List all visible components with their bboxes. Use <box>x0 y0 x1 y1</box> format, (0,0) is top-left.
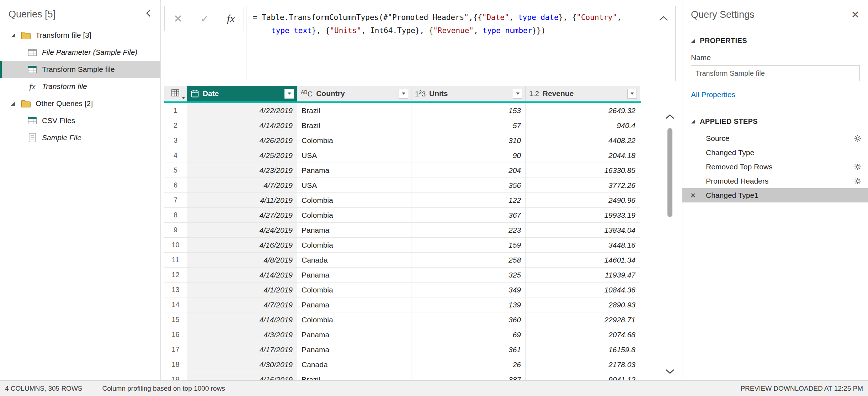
cell-country[interactable]: Canada <box>297 253 411 268</box>
cell-country[interactable]: Colombia <box>297 208 411 223</box>
scrollbar-thumb[interactable] <box>667 128 672 217</box>
cell-country[interactable]: Colombia <box>297 238 411 253</box>
cell-units[interactable]: 26 <box>411 357 526 372</box>
cell-units[interactable]: 223 <box>411 223 526 238</box>
formula-bar[interactable]: = Table.TransformColumnTypes(#"Promoted … <box>246 6 676 81</box>
query-name-input[interactable] <box>691 65 860 81</box>
cell-date[interactable]: 4/8/2019 <box>187 253 297 268</box>
cell-units[interactable]: 349 <box>411 283 526 297</box>
cell-country[interactable]: Brazil <box>297 103 411 118</box>
column-header-revenue[interactable]: 1.2Revenue <box>526 86 640 101</box>
cell-date[interactable]: 4/7/2019 <box>187 178 297 193</box>
cell-revenue[interactable]: 4408.22 <box>526 133 640 148</box>
cell-revenue[interactable]: 16159.8 <box>526 342 640 357</box>
query-item[interactable]: CSV Files <box>0 112 160 129</box>
cell-units[interactable]: 361 <box>411 342 526 357</box>
cell-date[interactable]: 4/25/2019 <box>187 148 297 163</box>
row-number[interactable]: 17 <box>164 342 187 357</box>
cell-units[interactable]: 69 <box>411 327 526 342</box>
cell-country[interactable]: Panama <box>297 223 411 238</box>
step-settings-gear-icon[interactable] <box>854 134 862 144</box>
cell-date[interactable]: 4/3/2019 <box>187 327 297 342</box>
cell-units[interactable]: 258 <box>411 253 526 268</box>
select-all-columns-button[interactable] <box>164 86 187 101</box>
cell-date[interactable]: 4/23/2019 <box>187 163 297 178</box>
cell-revenue[interactable]: 2490.96 <box>526 193 640 208</box>
filter-dropdown-button[interactable] <box>627 89 637 99</box>
properties-section-header[interactable]: PROPERTIES <box>682 37 868 45</box>
cell-date[interactable]: 4/24/2019 <box>187 223 297 238</box>
column-header-date[interactable]: Date <box>187 86 297 101</box>
cell-revenue[interactable]: 16330.85 <box>526 163 640 178</box>
applied-step[interactable]: ✕Changed Type1 <box>682 188 868 202</box>
cell-revenue[interactable]: 3448.16 <box>526 238 640 253</box>
cell-date[interactable]: 4/16/2019 <box>187 238 297 253</box>
filter-dropdown-button[interactable] <box>284 89 294 99</box>
cell-revenue[interactable]: 2044.18 <box>526 148 640 163</box>
row-number[interactable]: 6 <box>164 178 187 193</box>
cell-country[interactable]: Panama <box>297 327 411 342</box>
cell-revenue[interactable]: 2178.03 <box>526 357 640 372</box>
row-number[interactable]: 1 <box>164 103 187 118</box>
row-number[interactable]: 3 <box>164 133 187 148</box>
collapse-section-icon[interactable] <box>691 37 696 45</box>
cell-units[interactable]: 204 <box>411 163 526 178</box>
vertical-scrollbar[interactable] <box>663 114 677 377</box>
query-item[interactable]: File Parameter (Sample File) <box>0 44 160 61</box>
step-settings-gear-icon[interactable] <box>854 163 862 173</box>
cell-country[interactable]: Panama <box>297 268 411 283</box>
cell-date[interactable]: 4/14/2019 <box>187 118 297 133</box>
cell-date[interactable]: 4/11/2019 <box>187 193 297 208</box>
row-number[interactable]: 10 <box>164 238 187 253</box>
cell-date[interactable]: 4/30/2019 <box>187 357 297 372</box>
collapse-pane-icon[interactable] <box>145 9 153 20</box>
cancel-formula-icon[interactable]: ✕ <box>174 12 182 25</box>
row-number[interactable]: 2 <box>164 118 187 133</box>
cell-units[interactable]: 310 <box>411 133 526 148</box>
close-pane-icon[interactable]: ✕ <box>851 10 859 20</box>
cell-date[interactable]: 4/26/2019 <box>187 133 297 148</box>
cell-units[interactable]: 325 <box>411 268 526 283</box>
cell-country[interactable]: Colombia <box>297 193 411 208</box>
commit-formula-icon[interactable]: ✓ <box>200 12 209 25</box>
cell-revenue[interactable]: 11939.47 <box>526 268 640 283</box>
cell-units[interactable]: 360 <box>411 312 526 327</box>
query-item[interactable]: Transform Sample file <box>0 61 160 78</box>
row-number[interactable]: 4 <box>164 148 187 163</box>
step-settings-gear-icon[interactable] <box>854 177 862 187</box>
cell-country[interactable]: Panama <box>297 297 411 312</box>
row-number[interactable]: 12 <box>164 268 187 283</box>
row-number[interactable]: 8 <box>164 208 187 223</box>
cell-units[interactable]: 122 <box>411 193 526 208</box>
column-header-country[interactable]: ABCCountry <box>297 86 411 101</box>
cell-date[interactable]: 4/17/2019 <box>187 342 297 357</box>
cell-country[interactable]: Colombia <box>297 133 411 148</box>
applied-step[interactable]: Promoted Headers <box>682 174 868 188</box>
cell-revenue[interactable]: 10844.36 <box>526 283 640 297</box>
cell-date[interactable]: 4/22/2019 <box>187 103 297 118</box>
row-number[interactable]: 16 <box>164 327 187 342</box>
row-number[interactable]: 13 <box>164 283 187 297</box>
row-number[interactable]: 5 <box>164 163 187 178</box>
cell-country[interactable]: USA <box>297 148 411 163</box>
cell-country[interactable]: USA <box>297 178 411 193</box>
cell-units[interactable]: 153 <box>411 103 526 118</box>
cell-country[interactable]: Colombia <box>297 283 411 297</box>
cell-revenue[interactable]: 13834.04 <box>526 223 640 238</box>
row-number[interactable]: 18 <box>164 357 187 372</box>
cell-date[interactable]: 4/7/2019 <box>187 297 297 312</box>
cell-revenue[interactable]: 2890.93 <box>526 297 640 312</box>
cell-country[interactable]: Brazil <box>297 118 411 133</box>
cell-units[interactable]: 356 <box>411 178 526 193</box>
cell-revenue[interactable]: 19933.19 <box>526 208 640 223</box>
query-item[interactable]: fxTransform file <box>0 78 160 95</box>
cell-revenue[interactable]: 2074.68 <box>526 327 640 342</box>
cell-date[interactable]: 4/1/2019 <box>187 283 297 297</box>
scroll-up-icon[interactable] <box>663 114 677 121</box>
cell-revenue[interactable]: 3772.26 <box>526 178 640 193</box>
collapse-section-icon[interactable] <box>691 117 696 126</box>
cell-revenue[interactable]: 22928.71 <box>526 312 640 327</box>
cell-revenue[interactable]: 940.4 <box>526 118 640 133</box>
applied-steps-section-header[interactable]: APPLIED STEPS <box>682 117 868 126</box>
collapse-formula-icon[interactable] <box>658 12 669 26</box>
